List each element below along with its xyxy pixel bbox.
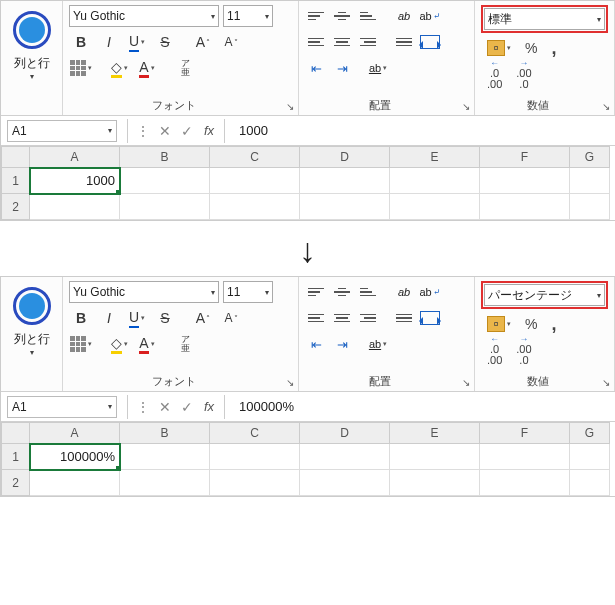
accept-icon[interactable]: ✓: [176, 123, 198, 139]
font-size-combo[interactable]: 11▾: [223, 281, 273, 303]
align-center-button[interactable]: [331, 31, 353, 53]
align-justify-button[interactable]: [393, 31, 415, 53]
orientation-button[interactable]: ab: [393, 281, 415, 303]
cell[interactable]: [570, 168, 610, 194]
align-middle-button[interactable]: [331, 5, 353, 27]
wrap-text-button[interactable]: ab⤶: [419, 281, 441, 303]
cell[interactable]: [120, 444, 210, 470]
alignment-expand-icon[interactable]: ↘: [460, 101, 472, 113]
phonetic-button[interactable]: ア 亜: [173, 57, 197, 79]
row-header[interactable]: 1: [1, 444, 30, 470]
align-right-button[interactable]: [357, 31, 379, 53]
fx-icon[interactable]: fx: [198, 399, 220, 414]
decrease-decimal-button[interactable]: →.00.0: [512, 63, 535, 85]
cell[interactable]: [480, 444, 570, 470]
increase-decimal-button[interactable]: ←.0.00: [483, 63, 506, 85]
col-header[interactable]: D: [300, 422, 390, 444]
cell[interactable]: [210, 168, 300, 194]
select-all-corner[interactable]: [1, 422, 30, 444]
comma-button[interactable]: ,: [547, 313, 560, 335]
col-header[interactable]: D: [300, 146, 390, 168]
cancel-icon[interactable]: ✕: [154, 399, 176, 415]
decrease-indent-button[interactable]: ⇤: [305, 57, 327, 79]
cell[interactable]: [120, 470, 210, 496]
cell[interactable]: [570, 194, 610, 220]
rows-cols-dropdown[interactable]: ▾: [30, 348, 34, 357]
increase-indent-button[interactable]: ⇥: [331, 333, 353, 355]
cell[interactable]: [480, 470, 570, 496]
cancel-icon[interactable]: ✕: [154, 123, 176, 139]
row-header[interactable]: 1: [1, 168, 30, 194]
orientation-button[interactable]: ab: [393, 5, 415, 27]
cell[interactable]: [210, 444, 300, 470]
alignment-expand-icon[interactable]: ↘: [460, 377, 472, 389]
name-box[interactable]: A1▾: [7, 120, 117, 142]
font-color-button[interactable]: A▾: [135, 333, 159, 355]
accept-icon[interactable]: ✓: [176, 399, 198, 415]
borders-button[interactable]: ▾: [69, 333, 93, 355]
align-left-button[interactable]: [305, 307, 327, 329]
italic-button[interactable]: I: [97, 307, 121, 329]
row-header[interactable]: 2: [1, 470, 30, 496]
align-bottom-button[interactable]: [357, 281, 379, 303]
decrease-indent-button[interactable]: ⇤: [305, 333, 327, 355]
col-header[interactable]: E: [390, 422, 480, 444]
cell[interactable]: [390, 168, 480, 194]
shrink-to-fit-button[interactable]: ab▾: [367, 57, 389, 79]
increase-indent-button[interactable]: ⇥: [331, 57, 353, 79]
decrease-decimal-button[interactable]: →.00.0: [512, 339, 535, 361]
font-size-combo[interactable]: 11▾: [223, 5, 273, 27]
formula-input[interactable]: 1000: [229, 123, 615, 138]
grow-font-button[interactable]: A˄: [191, 31, 215, 53]
underline-button[interactable]: U▾: [125, 31, 149, 53]
rows-cols-icon[interactable]: [13, 287, 51, 325]
font-expand-icon[interactable]: ↘: [284, 101, 296, 113]
number-format-combo[interactable]: 標準▾: [484, 8, 605, 30]
percent-button[interactable]: %: [521, 313, 541, 335]
number-expand-icon[interactable]: ↘: [600, 101, 612, 113]
col-header[interactable]: B: [120, 422, 210, 444]
fill-color-button[interactable]: ◇▾: [107, 333, 131, 355]
phonetic-button[interactable]: ア 亜: [173, 333, 197, 355]
shrink-font-button[interactable]: A˅: [219, 31, 243, 53]
col-header[interactable]: G: [570, 422, 610, 444]
align-left-button[interactable]: [305, 31, 327, 53]
font-name-combo[interactable]: Yu Gothic▾: [69, 5, 219, 27]
cell[interactable]: [120, 168, 210, 194]
bold-button[interactable]: B: [69, 31, 93, 53]
col-header[interactable]: F: [480, 422, 570, 444]
cell[interactable]: [300, 444, 390, 470]
number-expand-icon[interactable]: ↘: [600, 377, 612, 389]
shrink-font-button[interactable]: A˅: [219, 307, 243, 329]
formula-input[interactable]: 100000%: [229, 399, 615, 414]
cell[interactable]: [570, 444, 610, 470]
underline-button[interactable]: U▾: [125, 307, 149, 329]
currency-button[interactable]: ¤▾: [483, 313, 515, 335]
comma-button[interactable]: ,: [547, 37, 560, 59]
wrap-text-button[interactable]: ab⤶: [419, 5, 441, 27]
col-header[interactable]: A: [30, 146, 120, 168]
cell[interactable]: [300, 470, 390, 496]
row-header[interactable]: 2: [1, 194, 30, 220]
cell[interactable]: [210, 470, 300, 496]
select-all-corner[interactable]: [1, 146, 30, 168]
cell[interactable]: [390, 444, 480, 470]
number-format-combo[interactable]: パーセンテージ▾: [484, 284, 605, 306]
col-header[interactable]: A: [30, 422, 120, 444]
col-header[interactable]: C: [210, 146, 300, 168]
merge-cells-button[interactable]: [419, 307, 441, 329]
bold-button[interactable]: B: [69, 307, 93, 329]
currency-button[interactable]: ¤▾: [483, 37, 515, 59]
col-header[interactable]: E: [390, 146, 480, 168]
increase-decimal-button[interactable]: ←.0.00: [483, 339, 506, 361]
cell[interactable]: [390, 470, 480, 496]
align-justify-button[interactable]: [393, 307, 415, 329]
align-top-button[interactable]: [305, 281, 327, 303]
expand-formula-icon[interactable]: ⋮: [132, 399, 154, 415]
cell[interactable]: [120, 194, 210, 220]
align-right-button[interactable]: [357, 307, 379, 329]
cell[interactable]: [480, 194, 570, 220]
rows-cols-icon[interactable]: [13, 11, 51, 49]
borders-button[interactable]: ▾: [69, 57, 93, 79]
col-header[interactable]: B: [120, 146, 210, 168]
